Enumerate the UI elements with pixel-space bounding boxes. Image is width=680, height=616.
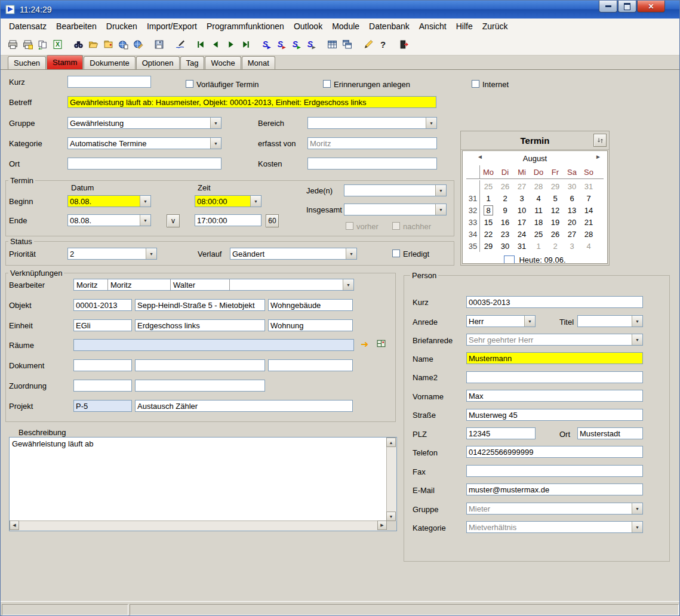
calendar-day-20[interactable]: 20 [564,217,580,227]
person-kategorie-dropdown[interactable]: Mietverhältnis▼ [466,521,643,533]
insgesamt-dropdown[interactable]: ▼ [344,204,447,215]
minimize-button[interactable] [599,1,617,13]
person-gruppe-dropdown[interactable]: Mieter▼ [466,503,643,515]
calendar-day-4[interactable]: 4 [580,241,597,251]
help-icon[interactable]: ? [376,37,390,52]
horizontal-scrollbar[interactable]: ◀ ▶ [10,520,387,531]
copy-icon[interactable] [35,37,50,52]
tab-dokumente[interactable]: Dokumente [84,56,135,69]
calendar-day-26[interactable]: 26 [497,181,513,192]
calendar-day-30[interactable]: 30 [497,241,513,251]
tab-optionen[interactable]: Optionen [136,56,180,69]
calendar-day-28[interactable]: 28 [580,229,597,239]
sixty-minutes-button[interactable]: 60 [266,214,279,227]
chevron-down-icon[interactable]: ▼ [435,204,446,215]
chevron-down-icon[interactable]: ▼ [632,503,642,514]
telefon-input[interactable]: 014225566999999 [466,446,643,458]
vertical-scrollbar[interactable]: ▲ ▼ [386,438,396,521]
bereich-dropdown[interactable]: ▼ [307,117,437,129]
prev-record-icon[interactable] [208,37,223,52]
person-kurz-input[interactable]: 00035-2013 [466,296,643,308]
name-input[interactable]: Mustermann [466,352,643,364]
objekt-typ-input[interactable]: Wohngebäude [268,299,353,311]
kurz-input[interactable] [67,76,151,88]
chevron-down-icon[interactable]: ▼ [343,279,353,290]
scroll-down-icon[interactable]: ▼ [386,512,396,521]
calendar-day-23[interactable]: 23 [497,229,513,239]
menu-item-bearbeiten[interactable]: Bearbeiten [51,20,101,32]
calendar-day-28[interactable]: 28 [530,181,547,192]
folder-open-icon[interactable] [86,37,101,52]
calendar-day-12[interactable]: 12 [547,205,564,215]
calendar-day-1[interactable]: 1 [530,241,547,251]
calendar-day-29[interactable]: 29 [547,181,564,192]
calendar-tool-button[interactable] [593,134,607,147]
briefanrede-dropdown[interactable]: Sehr geehrter Herr▼ [466,334,643,346]
chevron-down-icon[interactable]: ▼ [524,316,535,327]
calendar-today-label[interactable]: Heute: 09.06. [519,255,565,264]
menu-item-datenbank[interactable]: Datenbank [364,20,414,32]
menu-item-hilfe[interactable]: Hilfe [451,20,478,32]
maximize-button[interactable] [618,1,636,13]
gruppe-dropdown[interactable]: Gewährleistung▼ [67,117,221,129]
chevron-down-icon[interactable]: ▼ [632,316,642,327]
search-s4-icon[interactable]: S [304,37,319,52]
calendar-day-22[interactable]: 22 [480,229,497,239]
calendar-day-27[interactable]: 27 [513,181,530,192]
search-s2-icon[interactable]: S [274,37,289,52]
chevron-down-icon[interactable]: ▼ [210,138,221,149]
beschreibung-textarea[interactable]: Gewährleistung läuft ab ▲ ▼ ◀ ▶ [9,437,397,531]
next-record-icon[interactable] [223,37,238,52]
globe-doc-icon[interactable] [116,37,131,52]
menu-item-outlook[interactable]: Outlook [289,20,327,32]
scroll-right-icon[interactable]: ▶ [377,520,387,530]
projekt-name-input[interactable]: Austausch Zähler [135,400,353,412]
projekt-nr-input[interactable]: P-5 [73,400,132,412]
calendar-day-7[interactable]: 7 [580,193,597,204]
calendar-day-21[interactable]: 21 [580,217,597,227]
calendar-day-4[interactable]: 4 [530,193,547,204]
ende-zeit-input[interactable]: 17:00:00 [195,214,261,226]
chevron-down-icon[interactable]: ▼ [250,196,261,207]
kategorie-dropdown[interactable]: Automatische Termine▼ [67,137,221,149]
kosten-input[interactable] [307,158,437,170]
calendar-day-3[interactable]: 3 [513,193,530,204]
dokument-name-input[interactable] [135,359,265,371]
vorlaeufiger-termin-checkbox[interactable] [186,80,193,88]
calendar-day-3[interactable]: 3 [564,241,580,251]
calendar-day-25[interactable]: 25 [480,181,497,192]
verlaengern-button[interactable]: v [167,214,180,227]
calendar-day-25[interactable]: 25 [530,229,547,239]
calendar-day-14[interactable]: 14 [580,205,597,215]
menu-item-import-export[interactable]: Import/Export [142,20,202,32]
tab-monat[interactable]: Monat [242,56,275,69]
jeden-dropdown[interactable]: ▼ [344,184,447,196]
calendar-day-6[interactable]: 6 [564,193,580,204]
calendar-day-29[interactable]: 29 [480,241,497,251]
raeume-arrow-icon[interactable]: ➜ [361,338,368,350]
chevron-down-icon[interactable]: ▼ [632,522,642,532]
calendar-day-11[interactable]: 11 [530,205,547,215]
strasse-input[interactable]: Musterweg 45 [466,409,643,421]
chevron-down-icon[interactable]: ▼ [146,248,156,259]
calendar-prev-icon[interactable]: ◄ [477,153,483,160]
objekt-name-input[interactable]: Sepp-Heindl-Straße 5 - Mietobjekt [135,299,265,311]
menu-item-ansicht[interactable]: Ansicht [414,20,451,32]
email-input[interactable]: muster@mustermax.de [466,483,643,495]
close-button[interactable]: ✕ [637,1,665,13]
calendar-day-8[interactable]: 8 [480,205,497,215]
chevron-down-icon[interactable]: ▼ [346,248,356,259]
calendar-day-5[interactable]: 5 [547,193,564,204]
calendar-day-24[interactable]: 24 [513,229,530,239]
print-icon[interactable] [5,37,20,52]
zuordnung-name-input[interactable] [135,380,265,392]
menu-item-module[interactable]: Module [327,20,364,32]
verlauf-dropdown[interactable]: Geändert▼ [230,248,357,260]
first-record-icon[interactable] [193,37,208,52]
globe-edit-icon[interactable] [131,37,146,52]
room-plan-icon[interactable] [376,338,386,349]
search-s1-icon[interactable]: S [259,37,274,52]
chevron-down-icon[interactable]: ▼ [210,118,221,128]
calendar-day-9[interactable]: 9 [497,205,513,215]
calendar-next-icon[interactable]: ► [595,153,601,160]
